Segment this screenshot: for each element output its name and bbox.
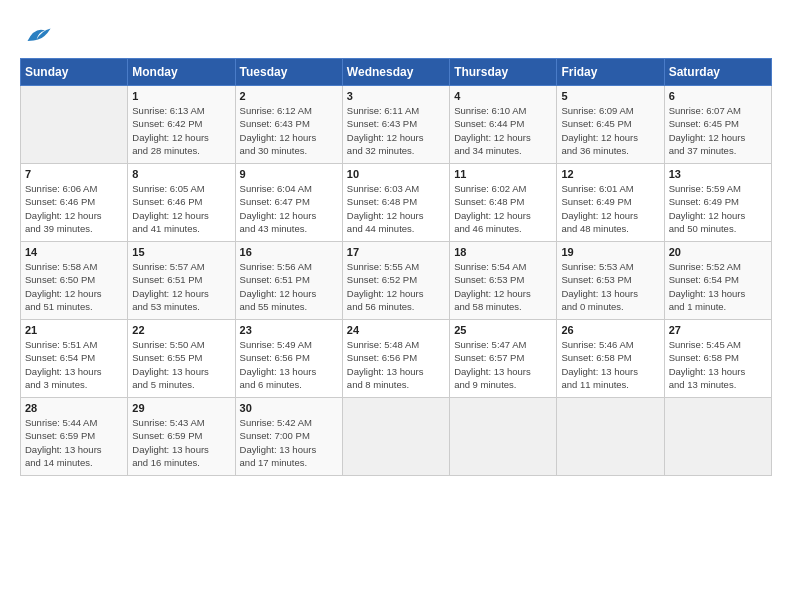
- day-number: 10: [347, 168, 445, 180]
- day-info: Sunrise: 5:43 AMSunset: 6:59 PMDaylight:…: [132, 416, 230, 469]
- calendar-cell: 18Sunrise: 5:54 AMSunset: 6:53 PMDayligh…: [450, 242, 557, 320]
- day-info: Sunrise: 5:52 AMSunset: 6:54 PMDaylight:…: [669, 260, 767, 313]
- day-info: Sunrise: 6:13 AMSunset: 6:42 PMDaylight:…: [132, 104, 230, 157]
- calendar-cell: [21, 86, 128, 164]
- week-row-5: 28Sunrise: 5:44 AMSunset: 6:59 PMDayligh…: [21, 398, 772, 476]
- day-info: Sunrise: 6:03 AMSunset: 6:48 PMDaylight:…: [347, 182, 445, 235]
- day-number: 29: [132, 402, 230, 414]
- calendar-cell: 4Sunrise: 6:10 AMSunset: 6:44 PMDaylight…: [450, 86, 557, 164]
- calendar-cell: 6Sunrise: 6:07 AMSunset: 6:45 PMDaylight…: [664, 86, 771, 164]
- day-info: Sunrise: 6:11 AMSunset: 6:43 PMDaylight:…: [347, 104, 445, 157]
- day-info: Sunrise: 5:49 AMSunset: 6:56 PMDaylight:…: [240, 338, 338, 391]
- calendar-cell: 11Sunrise: 6:02 AMSunset: 6:48 PMDayligh…: [450, 164, 557, 242]
- calendar-cell: 8Sunrise: 6:05 AMSunset: 6:46 PMDaylight…: [128, 164, 235, 242]
- day-info: Sunrise: 5:57 AMSunset: 6:51 PMDaylight:…: [132, 260, 230, 313]
- calendar-table: SundayMondayTuesdayWednesdayThursdayFrid…: [20, 58, 772, 476]
- day-number: 4: [454, 90, 552, 102]
- day-number: 24: [347, 324, 445, 336]
- week-row-1: 1Sunrise: 6:13 AMSunset: 6:42 PMDaylight…: [21, 86, 772, 164]
- day-number: 2: [240, 90, 338, 102]
- calendar-cell: [664, 398, 771, 476]
- page-header: [20, 20, 772, 48]
- calendar-cell: 19Sunrise: 5:53 AMSunset: 6:53 PMDayligh…: [557, 242, 664, 320]
- day-number: 27: [669, 324, 767, 336]
- day-number: 19: [561, 246, 659, 258]
- calendar-cell: 25Sunrise: 5:47 AMSunset: 6:57 PMDayligh…: [450, 320, 557, 398]
- calendar-cell: 10Sunrise: 6:03 AMSunset: 6:48 PMDayligh…: [342, 164, 449, 242]
- day-info: Sunrise: 5:56 AMSunset: 6:51 PMDaylight:…: [240, 260, 338, 313]
- calendar-cell: 1Sunrise: 6:13 AMSunset: 6:42 PMDaylight…: [128, 86, 235, 164]
- day-info: Sunrise: 5:55 AMSunset: 6:52 PMDaylight:…: [347, 260, 445, 313]
- day-number: 7: [25, 168, 123, 180]
- day-info: Sunrise: 5:48 AMSunset: 6:56 PMDaylight:…: [347, 338, 445, 391]
- day-info: Sunrise: 6:05 AMSunset: 6:46 PMDaylight:…: [132, 182, 230, 235]
- page-container: SundayMondayTuesdayWednesdayThursdayFrid…: [0, 0, 792, 486]
- day-info: Sunrise: 6:09 AMSunset: 6:45 PMDaylight:…: [561, 104, 659, 157]
- day-number: 13: [669, 168, 767, 180]
- day-number: 1: [132, 90, 230, 102]
- calendar-cell: 2Sunrise: 6:12 AMSunset: 6:43 PMDaylight…: [235, 86, 342, 164]
- calendar-cell: [450, 398, 557, 476]
- day-number: 5: [561, 90, 659, 102]
- day-number: 9: [240, 168, 338, 180]
- day-info: Sunrise: 6:10 AMSunset: 6:44 PMDaylight:…: [454, 104, 552, 157]
- header-tuesday: Tuesday: [235, 59, 342, 86]
- day-number: 22: [132, 324, 230, 336]
- day-number: 28: [25, 402, 123, 414]
- calendar-cell: [342, 398, 449, 476]
- day-number: 11: [454, 168, 552, 180]
- day-info: Sunrise: 6:02 AMSunset: 6:48 PMDaylight:…: [454, 182, 552, 235]
- day-number: 20: [669, 246, 767, 258]
- day-info: Sunrise: 5:44 AMSunset: 6:59 PMDaylight:…: [25, 416, 123, 469]
- calendar-cell: 30Sunrise: 5:42 AMSunset: 7:00 PMDayligh…: [235, 398, 342, 476]
- calendar-cell: 20Sunrise: 5:52 AMSunset: 6:54 PMDayligh…: [664, 242, 771, 320]
- header-wednesday: Wednesday: [342, 59, 449, 86]
- day-info: Sunrise: 5:54 AMSunset: 6:53 PMDaylight:…: [454, 260, 552, 313]
- calendar-cell: 24Sunrise: 5:48 AMSunset: 6:56 PMDayligh…: [342, 320, 449, 398]
- calendar-cell: 15Sunrise: 5:57 AMSunset: 6:51 PMDayligh…: [128, 242, 235, 320]
- day-info: Sunrise: 6:04 AMSunset: 6:47 PMDaylight:…: [240, 182, 338, 235]
- week-row-3: 14Sunrise: 5:58 AMSunset: 6:50 PMDayligh…: [21, 242, 772, 320]
- calendar-header-row: SundayMondayTuesdayWednesdayThursdayFrid…: [21, 59, 772, 86]
- day-number: 18: [454, 246, 552, 258]
- day-number: 21: [25, 324, 123, 336]
- calendar-cell: 7Sunrise: 6:06 AMSunset: 6:46 PMDaylight…: [21, 164, 128, 242]
- day-number: 26: [561, 324, 659, 336]
- calendar-cell: 14Sunrise: 5:58 AMSunset: 6:50 PMDayligh…: [21, 242, 128, 320]
- day-info: Sunrise: 5:53 AMSunset: 6:53 PMDaylight:…: [561, 260, 659, 313]
- header-friday: Friday: [557, 59, 664, 86]
- header-thursday: Thursday: [450, 59, 557, 86]
- logo-icon: [24, 20, 52, 48]
- calendar-cell: 23Sunrise: 5:49 AMSunset: 6:56 PMDayligh…: [235, 320, 342, 398]
- day-info: Sunrise: 5:47 AMSunset: 6:57 PMDaylight:…: [454, 338, 552, 391]
- calendar-cell: 3Sunrise: 6:11 AMSunset: 6:43 PMDaylight…: [342, 86, 449, 164]
- day-number: 3: [347, 90, 445, 102]
- day-info: Sunrise: 5:45 AMSunset: 6:58 PMDaylight:…: [669, 338, 767, 391]
- calendar-cell: 27Sunrise: 5:45 AMSunset: 6:58 PMDayligh…: [664, 320, 771, 398]
- day-info: Sunrise: 6:06 AMSunset: 6:46 PMDaylight:…: [25, 182, 123, 235]
- day-number: 15: [132, 246, 230, 258]
- day-info: Sunrise: 6:01 AMSunset: 6:49 PMDaylight:…: [561, 182, 659, 235]
- calendar-cell: 9Sunrise: 6:04 AMSunset: 6:47 PMDaylight…: [235, 164, 342, 242]
- calendar-cell: 13Sunrise: 5:59 AMSunset: 6:49 PMDayligh…: [664, 164, 771, 242]
- calendar-cell: 5Sunrise: 6:09 AMSunset: 6:45 PMDaylight…: [557, 86, 664, 164]
- day-info: Sunrise: 5:59 AMSunset: 6:49 PMDaylight:…: [669, 182, 767, 235]
- day-info: Sunrise: 5:42 AMSunset: 7:00 PMDaylight:…: [240, 416, 338, 469]
- day-number: 25: [454, 324, 552, 336]
- header-saturday: Saturday: [664, 59, 771, 86]
- calendar-cell: 28Sunrise: 5:44 AMSunset: 6:59 PMDayligh…: [21, 398, 128, 476]
- week-row-4: 21Sunrise: 5:51 AMSunset: 6:54 PMDayligh…: [21, 320, 772, 398]
- calendar-cell: 26Sunrise: 5:46 AMSunset: 6:58 PMDayligh…: [557, 320, 664, 398]
- day-number: 17: [347, 246, 445, 258]
- day-info: Sunrise: 5:51 AMSunset: 6:54 PMDaylight:…: [25, 338, 123, 391]
- day-info: Sunrise: 5:50 AMSunset: 6:55 PMDaylight:…: [132, 338, 230, 391]
- calendar-cell: [557, 398, 664, 476]
- day-number: 16: [240, 246, 338, 258]
- calendar-cell: 16Sunrise: 5:56 AMSunset: 6:51 PMDayligh…: [235, 242, 342, 320]
- day-number: 23: [240, 324, 338, 336]
- calendar-cell: 17Sunrise: 5:55 AMSunset: 6:52 PMDayligh…: [342, 242, 449, 320]
- day-info: Sunrise: 5:58 AMSunset: 6:50 PMDaylight:…: [25, 260, 123, 313]
- calendar-cell: 22Sunrise: 5:50 AMSunset: 6:55 PMDayligh…: [128, 320, 235, 398]
- day-info: Sunrise: 6:07 AMSunset: 6:45 PMDaylight:…: [669, 104, 767, 157]
- week-row-2: 7Sunrise: 6:06 AMSunset: 6:46 PMDaylight…: [21, 164, 772, 242]
